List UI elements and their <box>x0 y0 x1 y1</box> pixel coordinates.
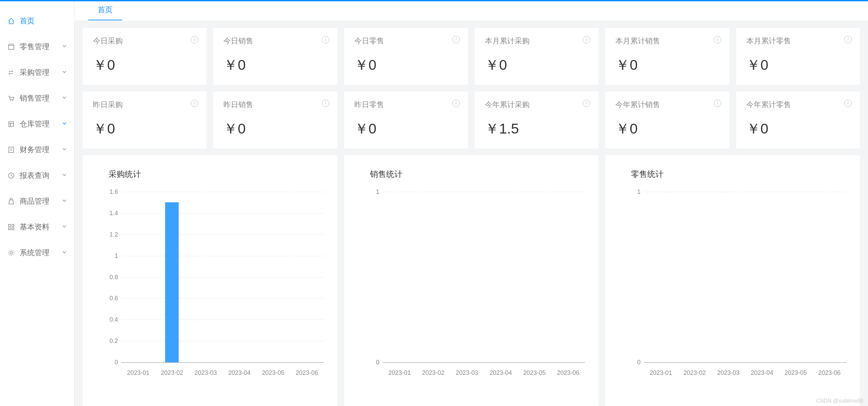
stats-row-1: 今日采购￥0i今日销售￥0i今日零售￥0i本月累计采购￥0i本月累计销售￥0i本… <box>83 28 860 85</box>
svg-rect-8 <box>8 228 11 230</box>
x-axis-label: 2023-06 <box>296 369 318 377</box>
chart-title: 销售统计 <box>370 169 589 180</box>
sidebar-item-gear[interactable]: 系统管理 <box>0 240 74 266</box>
stat-title: 昨日采购 <box>93 100 196 110</box>
sidebar-item-label: 仓库管理 <box>20 119 50 129</box>
stat-title: 本月累计销售 <box>615 36 719 46</box>
sidebar-item-product[interactable]: 商品管理 <box>0 188 74 214</box>
stat-card: 昨日零售￥0i <box>344 92 468 148</box>
sidebar-item-label: 系统管理 <box>20 248 50 258</box>
stat-value: ￥1.5 <box>485 119 588 138</box>
stat-title: 今日销售 <box>223 36 327 46</box>
chart-area: 012023-012023-022023-032023-042023-05202… <box>626 190 850 380</box>
grid-line <box>644 192 846 192</box>
y-axis-label: 1 <box>627 188 640 196</box>
info-icon[interactable]: i <box>583 36 590 43</box>
x-axis-label: 2023-03 <box>717 369 739 377</box>
cart-icon <box>7 95 15 102</box>
stat-title: 今日零售 <box>354 36 458 46</box>
x-axis-label: 2023-05 <box>523 369 546 377</box>
sidebar-item-label: 基本资料 <box>20 222 50 232</box>
main-area: 首页 今日采购￥0i今日销售￥0i今日零售￥0i本月累计采购￥0i本月累计销售￥… <box>75 1 868 406</box>
chevron-down-icon <box>62 224 67 230</box>
stat-card: 今年累计采购￥1.5i <box>475 92 598 148</box>
stat-title: 今年累计采购 <box>485 100 588 110</box>
x-axis: 2023-012023-022023-032023-042023-052023-… <box>383 366 585 380</box>
x-axis-label: 2023-04 <box>228 369 251 377</box>
stat-value: ￥0 <box>93 56 196 75</box>
grid-line <box>121 277 324 278</box>
stat-value: ￥0 <box>746 56 850 75</box>
stat-title: 昨日销售 <box>223 100 327 110</box>
sidebar: 首页零售管理采购管理销售管理仓库管理财务管理报表查询商品管理基本资料系统管理 <box>0 1 75 406</box>
x-axis-label: 2023-04 <box>490 369 512 377</box>
x-axis: 2023-012023-022023-032023-042023-052023-… <box>644 366 846 380</box>
chevron-down-icon <box>62 172 67 179</box>
info-icon[interactable]: i <box>452 36 460 43</box>
stat-value: ￥0 <box>615 119 719 138</box>
chevron-down-icon <box>62 95 67 101</box>
sidebar-item-finance[interactable]: 财务管理 <box>0 137 74 163</box>
stat-card: 昨日销售￥0i <box>213 92 337 148</box>
bar[interactable] <box>165 202 179 362</box>
info-icon[interactable]: i <box>452 100 460 107</box>
stat-value: ￥0 <box>746 119 850 138</box>
tabs-bar: 首页 <box>75 1 868 20</box>
sidebar-item-home[interactable]: 首页 <box>0 8 74 34</box>
sidebar-item-label: 财务管理 <box>20 145 50 155</box>
stat-card: 本月累计采购￥0i <box>475 28 598 85</box>
chart-row: 采购统计00.20.40.60.811.21.41.62023-012023-0… <box>83 155 860 406</box>
svg-rect-3 <box>9 122 14 126</box>
chart-plot: 01 <box>644 192 846 363</box>
tab-home[interactable]: 首页 <box>88 0 122 20</box>
x-axis: 2023-012023-022023-032023-042023-052023-… <box>121 366 324 380</box>
shop-icon <box>7 43 15 50</box>
chevron-down-icon <box>62 250 67 256</box>
svg-rect-6 <box>8 224 11 226</box>
stat-card: 本月累计零售￥0i <box>736 28 860 85</box>
svg-point-10 <box>10 252 13 254</box>
y-axis-label: 1 <box>104 252 118 259</box>
y-axis-label: 0.2 <box>104 338 118 345</box>
y-axis-label: 0 <box>366 359 379 366</box>
svg-rect-0 <box>8 45 14 49</box>
warehouse-icon <box>7 120 15 128</box>
x-axis-label: 2023-03 <box>195 369 217 377</box>
y-axis-label: 0 <box>104 359 118 366</box>
sidebar-item-cart[interactable]: 销售管理 <box>0 85 74 111</box>
info-icon[interactable]: i <box>844 36 852 43</box>
grid-icon <box>7 223 15 231</box>
y-axis-label: 1.4 <box>104 209 118 217</box>
chevron-down-icon <box>62 147 67 153</box>
content: 今日采购￥0i今日销售￥0i今日零售￥0i本月累计采购￥0i本月累计销售￥0i本… <box>75 20 868 406</box>
grid-line <box>121 320 324 320</box>
sidebar-item-shop[interactable]: 零售管理 <box>0 34 74 60</box>
svg-point-1 <box>10 100 11 101</box>
chart-card: 零售统计012023-012023-022023-032023-042023-0… <box>605 155 860 406</box>
x-axis-label: 2023-02 <box>161 369 183 377</box>
sidebar-item-report[interactable]: 报表查询 <box>0 163 74 188</box>
x-axis-label: 2023-06 <box>557 369 579 377</box>
swap-icon <box>7 69 15 76</box>
stat-value: ￥0 <box>93 119 196 138</box>
info-icon[interactable]: i <box>191 100 198 107</box>
sidebar-item-grid[interactable]: 基本资料 <box>0 214 74 240</box>
stat-value: ￥0 <box>354 119 458 138</box>
product-icon <box>7 198 15 205</box>
y-axis-label: 1.2 <box>104 231 118 238</box>
svg-rect-7 <box>12 224 14 226</box>
info-icon[interactable]: i <box>322 100 329 107</box>
info-icon[interactable]: i <box>844 100 852 107</box>
x-axis-label: 2023-01 <box>650 369 672 377</box>
sidebar-item-swap[interactable]: 采购管理 <box>0 60 74 85</box>
info-icon[interactable]: i <box>583 100 590 107</box>
info-icon[interactable]: i <box>322 36 329 43</box>
x-axis-label: 2023-01 <box>127 369 150 377</box>
sidebar-item-warehouse[interactable]: 仓库管理 <box>0 111 74 137</box>
report-icon <box>7 172 15 179</box>
info-icon[interactable]: i <box>714 36 721 43</box>
info-icon[interactable]: i <box>191 36 198 43</box>
info-icon[interactable]: i <box>714 100 721 107</box>
grid-line <box>121 341 324 341</box>
x-axis-label: 2023-01 <box>388 369 411 377</box>
